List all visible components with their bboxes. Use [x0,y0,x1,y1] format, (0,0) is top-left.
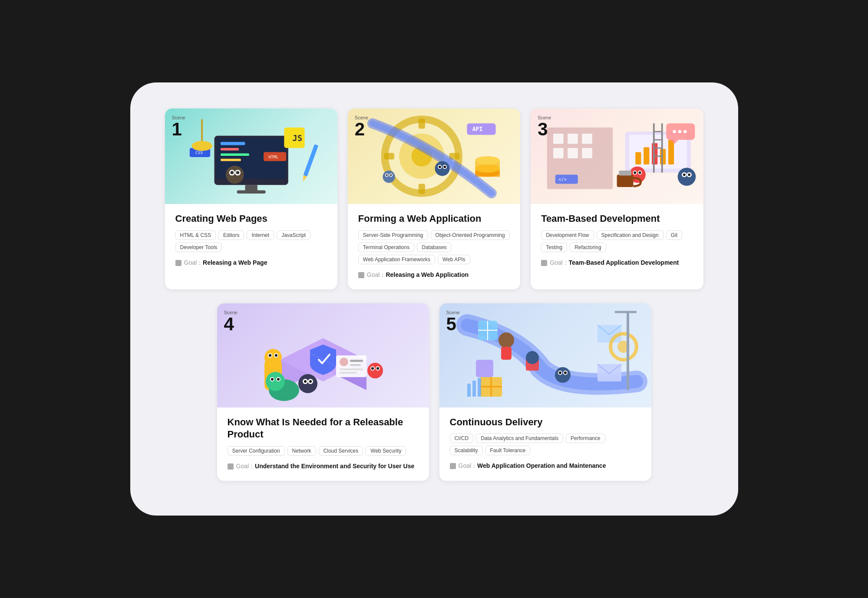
tag-dev-flow: Development Flow [541,230,594,240]
card-1-title: Creating Web Pages [175,213,327,225]
tag-server-config: Server Configuration [228,446,285,456]
svg-rect-28 [384,153,394,160]
svg-rect-7 [237,191,265,194]
scene-1-badge: Scene 1 [172,115,185,138]
svg-point-71 [639,171,641,174]
tag-internet: Internet [247,230,274,240]
scene-5-illustration [439,303,651,407]
svg-point-40 [439,166,441,168]
card-4-title: Know What Is Needed for a Releasable Pro… [228,416,419,441]
svg-point-20 [191,141,212,151]
svg-point-111 [309,380,312,383]
card-team-based-dev[interactable]: Scene 3 [531,108,703,289]
card-creating-web-pages[interactable]: Scene 1 JS [165,108,337,289]
tag-web-security: Web Security [366,446,406,456]
card-2-body: Forming a Web Application Server-Side Pr… [348,204,520,289]
svg-rect-53 [582,148,592,158]
svg-marker-22 [301,175,307,183]
svg-point-106 [277,378,280,381]
svg-point-46 [390,174,392,176]
svg-point-116 [376,367,379,370]
svg-rect-58 [652,143,657,164]
tag-cloud-services: Cloud Services [319,446,363,456]
tag-data-analytics: Data Analytics and Fundamentals [476,434,563,443]
card-2-title: Forming a Web Application [358,213,510,225]
svg-rect-77 [617,175,634,187]
svg-point-105 [271,378,274,381]
svg-rect-48 [553,134,564,144]
card-4-image: Scene 4 [217,303,429,407]
bottom-row: Scene 4 [165,303,703,481]
card-3-goal-text: Goal：Team-Based Application Development [550,259,679,267]
svg-rect-5 [220,159,241,161]
svg-point-135 [559,371,561,374]
tag-network: Network [287,446,316,456]
svg-point-128 [498,332,514,348]
svg-point-131 [526,351,539,364]
svg-rect-21 [303,144,318,176]
svg-point-112 [367,363,383,378]
svg-point-41 [443,166,446,168]
svg-rect-94 [340,372,357,374]
card-2-tags: Server-Side Programming Object-Oriented … [358,230,510,264]
tag-web-apis: Web APIs [438,255,470,264]
svg-rect-144 [472,381,476,397]
svg-rect-27 [419,184,425,194]
card-2-image: Scene 2 API [348,108,520,204]
svg-rect-49 [568,134,578,144]
svg-text:CSS: CSS [195,150,203,155]
svg-text:HTML: HTML [268,154,278,159]
svg-rect-26 [419,118,425,129]
svg-rect-129 [501,347,512,360]
card-releasable-product[interactable]: Scene 4 [217,303,429,481]
goal-icon-4 [228,463,234,470]
goal-icon-1 [175,260,182,266]
svg-rect-78 [619,171,631,175]
svg-rect-6 [245,185,257,191]
top-row: Scene 1 JS [165,108,703,289]
svg-point-18 [236,171,239,174]
scene-3-badge: Scene 3 [538,115,551,138]
svg-rect-143 [467,384,471,397]
svg-rect-57 [644,147,649,164]
tag-html-css: HTML & CSS [175,230,216,240]
scene-4-number: 4 [224,314,234,334]
svg-rect-51 [553,148,564,158]
scene-3-illustration: </> [531,108,703,204]
svg-point-42 [383,171,395,183]
svg-text:API: API [472,126,482,132]
svg-point-14 [226,166,244,184]
svg-rect-4 [220,153,249,156]
svg-point-70 [634,171,637,174]
scene-5-number: 5 [446,314,456,334]
tag-javascript: JavaScript [277,230,310,240]
tag-refactoring: Refactoring [570,243,606,252]
svg-point-37 [435,161,449,176]
card-3-goal: Goal：Team-Based Application Development [541,259,693,267]
card-continuous-delivery[interactable]: Scene 5 [439,303,651,481]
card-2-goal-text: Goal：Releasing a Web Application [367,271,469,279]
scene-3-number: 3 [538,119,548,139]
card-5-tags: CI/CD Data Analytics and Fundamentals Pe… [450,434,641,455]
card-forming-web-app[interactable]: Scene 2 API [348,108,520,289]
tag-editors: Editors [218,230,244,240]
tag-server-side: Server-Side Programming [358,230,428,240]
scene-5-badge: Scene 5 [446,310,460,333]
tag-cicd: CI/CD [450,434,474,443]
goal-icon-2 [358,272,364,278]
svg-rect-123 [476,360,493,377]
svg-point-107 [298,374,317,393]
card-3-body: Team-Based Development Development Flow … [531,204,703,277]
scene-1-number: 1 [172,119,182,139]
tag-performance: Performance [566,434,605,443]
svg-point-83 [673,130,676,134]
svg-point-115 [371,367,374,370]
scene-2-illustration: API [348,108,520,204]
svg-point-75 [683,174,686,176]
svg-point-85 [683,130,687,134]
scene-4-illustration [217,303,429,407]
svg-point-110 [304,380,307,383]
svg-text:</>: </> [558,177,567,182]
tag-scalability: Scalability [450,446,483,455]
svg-point-132 [555,367,571,383]
